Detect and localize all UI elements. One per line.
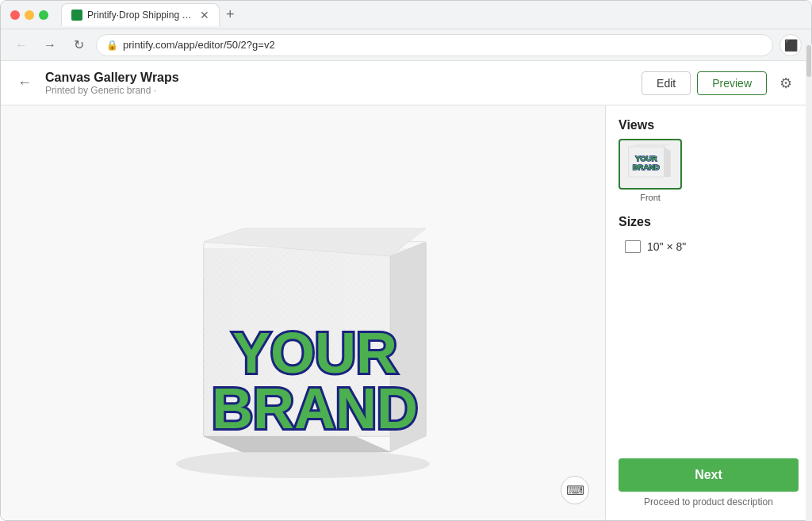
browser-titlebar: Printify·Drop Shipping Print on D ✕ +: [1, 1, 811, 29]
sizes-list: 10" × 8": [619, 236, 799, 258]
views-grid: YOUR BRAND Front: [619, 139, 799, 202]
tab-favicon: [71, 10, 82, 21]
app-container: ← Canvas Gallery Wraps Printed by Generi…: [1, 61, 811, 520]
size-icon: [625, 240, 641, 253]
scrollbar[interactable]: [806, 105, 811, 520]
views-section-title: Views: [619, 118, 799, 132]
size-item-10x8[interactable]: 10" × 8": [619, 236, 799, 258]
svg-text:BRAND: BRAND: [633, 163, 660, 171]
svg-text:YOUR: YOUR: [232, 321, 397, 385]
size-label: 10" × 8": [647, 240, 686, 253]
back-to-catalog-button[interactable]: ←: [13, 72, 36, 94]
maximize-window-btn[interactable]: [39, 10, 48, 20]
app-header: ← Canvas Gallery Wraps Printed by Generi…: [1, 61, 811, 105]
lock-icon: 🔒: [106, 40, 118, 51]
preview-button[interactable]: Preview: [697, 71, 767, 95]
sizes-section-title: Sizes: [619, 215, 799, 229]
header-actions: Edit Preview ⚙: [642, 71, 799, 96]
header-title-group: Canvas Gallery Wraps Printed by Generic …: [45, 71, 632, 96]
browser-frame: Printify·Drop Shipping Print on D ✕ + ← …: [0, 0, 812, 521]
back-button[interactable]: ←: [10, 34, 33, 56]
view-thumb-front[interactable]: YOUR BRAND Front: [619, 139, 682, 202]
svg-text:YOUR: YOUR: [635, 154, 657, 163]
main-area: YOUR BRAND ⌨ Views: [1, 105, 811, 520]
view-thumb-image: YOUR BRAND: [619, 139, 682, 190]
new-tab-button[interactable]: +: [223, 6, 238, 23]
url-text: printify.com/app/editor/50/2?g=v2: [123, 39, 763, 51]
browser-tab-active[interactable]: Printify·Drop Shipping Print on D ✕: [61, 3, 220, 26]
minimize-window-btn[interactable]: [25, 10, 34, 20]
canvas-wrap-illustration: YOUR BRAND: [128, 139, 477, 488]
sizes-section: Sizes 10" × 8": [619, 215, 799, 258]
next-button[interactable]: Next: [619, 458, 799, 492]
proceed-text: Proceed to product description: [619, 496, 799, 508]
right-panel: Views YOUR BRAND: [605, 105, 811, 520]
reload-button[interactable]: ↻: [67, 34, 90, 56]
window-controls: [10, 10, 48, 20]
tab-bar: Printify·Drop Shipping Print on D ✕ +: [61, 3, 802, 26]
browser-toolbar: ← → ↻ 🔒 printify.com/app/editor/50/2?g=v…: [1, 29, 811, 61]
keyboard-button[interactable]: ⌨: [561, 476, 589, 504]
settings-button[interactable]: ⚙: [773, 71, 799, 96]
svg-text:BRAND: BRAND: [212, 377, 418, 440]
product-subtitle: Printed by Generic brand ·: [45, 85, 632, 96]
views-section: Views YOUR BRAND: [619, 118, 799, 202]
extensions-button[interactable]: ⬛: [779, 34, 802, 56]
tab-close-btn[interactable]: ✕: [200, 9, 209, 21]
panel-bottom-actions: Next Proceed to product description: [619, 458, 799, 508]
view-label-front: Front: [619, 193, 682, 202]
edit-button[interactable]: Edit: [642, 71, 691, 95]
svg-point-0: [176, 450, 430, 478]
tab-title: Printify·Drop Shipping Print on D: [87, 10, 195, 21]
canvas-preview-area: YOUR BRAND ⌨: [1, 105, 605, 520]
close-window-btn[interactable]: [10, 10, 20, 20]
product-title: Canvas Gallery Wraps: [45, 71, 632, 85]
forward-button[interactable]: →: [39, 34, 61, 56]
address-bar[interactable]: 🔒 printify.com/app/editor/50/2?g=v2: [96, 34, 773, 56]
